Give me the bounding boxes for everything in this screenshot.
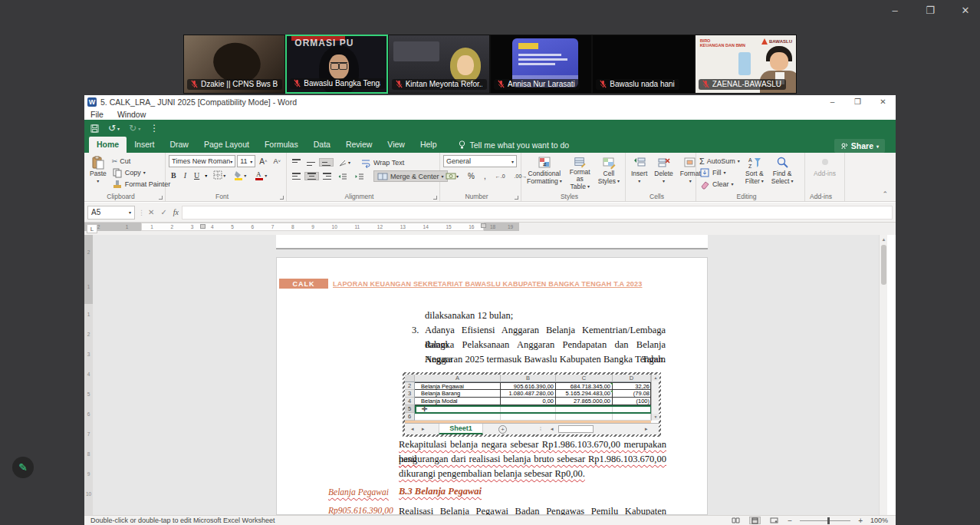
align-center-button[interactable] xyxy=(304,172,319,180)
right-indent-marker[interactable] xyxy=(481,223,486,228)
hscroll-thumb[interactable] xyxy=(558,425,594,433)
scrollbar-thumb[interactable] xyxy=(881,245,886,285)
participant-tile[interactable]: Kintan Meyonta Refor... xyxy=(388,35,490,94)
number-format-combobox[interactable]: General▾ xyxy=(443,155,517,167)
word-titlebar[interactable]: W 5. CALK_LRA_ JUNI 2025 [Compatibility … xyxy=(84,95,896,108)
worksheet-column-headers[interactable]: A B C D xyxy=(405,375,659,382)
tab-help[interactable]: Help xyxy=(413,137,445,153)
undo-button[interactable]: ↺▾ xyxy=(108,123,120,134)
increase-indent-button[interactable] xyxy=(352,171,367,182)
insert-function-button[interactable]: fx xyxy=(173,208,179,216)
tab-view[interactable]: View xyxy=(380,137,413,153)
formula-input[interactable] xyxy=(182,206,893,220)
name-box[interactable]: A5▾ xyxy=(87,206,135,220)
font-size-combobox[interactable]: 11▾ xyxy=(237,155,255,167)
worksheet-row[interactable]: 4Belanja Modal 0,0027.865.000,00 (100) xyxy=(405,398,659,405)
new-sheet-button[interactable]: + xyxy=(498,425,507,434)
participant-tile[interactable]: Annisa Nur Larasati xyxy=(490,35,592,94)
font-color-button[interactable]: A▾ xyxy=(252,170,269,180)
alignment-dialog-launcher[interactable] xyxy=(433,196,437,200)
worksheet-row[interactable]: 6 xyxy=(405,413,659,421)
italic-button[interactable]: I xyxy=(182,171,189,180)
grow-font-button[interactable]: A˄ xyxy=(257,157,269,166)
tab-review[interactable]: Review xyxy=(338,137,380,153)
vertical-ruler[interactable]: 21 12 34 56 78 910 xyxy=(84,235,93,515)
menu-window[interactable]: Window xyxy=(117,110,146,119)
clear-button[interactable]: Clear▾ xyxy=(699,178,740,190)
insert-cells-button[interactable]: Insert▾ xyxy=(629,155,649,191)
horizontal-ruler[interactable]: 21 12345678910111213141516 1819 xyxy=(84,223,519,231)
align-bottom-button[interactable] xyxy=(319,158,334,167)
zoom-slider-thumb[interactable] xyxy=(827,517,830,524)
font-dialog-launcher[interactable] xyxy=(280,196,284,200)
format-painter-button[interactable]: Format Painter xyxy=(112,178,171,190)
comma-style-button[interactable]: , xyxy=(482,172,488,180)
paste-button[interactable]: Paste▾ xyxy=(87,155,109,190)
underline-button[interactable]: U xyxy=(192,171,202,180)
shrink-font-button[interactable]: A˅ xyxy=(271,157,283,165)
tell-me-box[interactable]: Tell me what you want to do xyxy=(459,140,570,153)
participant-tile[interactable]: Bawaslu nada hani xyxy=(592,35,694,94)
os-close-icon[interactable]: ✕ xyxy=(957,5,974,16)
web-layout-button[interactable] xyxy=(768,517,780,524)
scroll-down-icon[interactable]: ▼ xyxy=(652,414,659,420)
bold-button[interactable]: B xyxy=(169,171,179,180)
sheet-nav-prev-icon[interactable]: ◂ xyxy=(411,426,414,432)
cut-button[interactable]: ✂Cut xyxy=(112,155,171,167)
copy-button[interactable]: Copy▾ xyxy=(112,167,171,178)
participant-tile[interactable]: Dzakie || CPNS Bws Ba... xyxy=(183,35,285,94)
find-select-button[interactable]: Find &Select▾ xyxy=(769,155,796,191)
indent-marker[interactable] xyxy=(200,224,206,229)
tab-draw[interactable]: Draw xyxy=(162,137,196,153)
customize-qat-icon[interactable]: ⋮ xyxy=(150,123,159,134)
zoom-in-button[interactable]: + xyxy=(858,517,863,525)
collapse-ribbon-icon[interactable]: ⌃ xyxy=(882,190,888,198)
tab-home[interactable]: Home xyxy=(89,137,127,153)
align-middle-button[interactable] xyxy=(304,159,317,166)
align-left-button[interactable] xyxy=(290,173,303,180)
conditional-formatting-button[interactable]: ≠ ConditionalFormatting▾ xyxy=(525,155,564,191)
worksheet-row[interactable]: 2Belanja Pegawai 905.616.390,00684.718.3… xyxy=(405,382,659,390)
borders-button[interactable]: ▾ xyxy=(210,170,228,180)
font-name-combobox[interactable]: Times New Roman▾ xyxy=(169,155,235,167)
os-restore-icon[interactable]: ❐ xyxy=(922,5,939,16)
redo-button[interactable]: ↻▾ xyxy=(129,123,140,134)
sheet-tab[interactable]: Sheet1 xyxy=(439,424,483,434)
worksheet-row[interactable]: 3Belanja Barang 1.080.487.280,005.165.29… xyxy=(405,390,659,398)
hscroll-left-icon[interactable]: ◂ xyxy=(551,426,554,432)
scrollbar-up-icon[interactable]: ▲ xyxy=(880,235,887,244)
tab-formulas[interactable]: Formulas xyxy=(257,137,306,153)
menu-file[interactable]: File xyxy=(90,110,104,119)
autosum-button[interactable]: ΣAutoSum▾ xyxy=(699,155,740,167)
fill-color-button[interactable]: ▾ xyxy=(231,170,248,180)
zoom-level[interactable]: 100% xyxy=(870,517,888,524)
addins-button[interactable]: Add-ins xyxy=(808,155,841,178)
share-button[interactable]: Share▾ xyxy=(834,139,885,153)
merge-center-button[interactable]: Merge & Center▾ xyxy=(373,170,448,182)
zoom-out-button[interactable]: − xyxy=(788,517,792,525)
clipboard-dialog-launcher[interactable] xyxy=(159,196,163,200)
column-header-c[interactable]: C xyxy=(556,375,613,382)
zoom-slider[interactable] xyxy=(800,520,850,521)
participant-tile[interactable]: BIRO KEUANGAN DAN BMN BAWASLU ZAENAL-BAW… xyxy=(695,35,797,94)
document-page[interactable]: CALK LAPORAN KEUANGAN SEKRETARIAT BAWASL… xyxy=(276,257,708,515)
align-top-button[interactable] xyxy=(290,159,303,166)
word-close-icon[interactable]: ✕ xyxy=(870,97,896,106)
os-minimize-icon[interactable]: – xyxy=(886,5,903,16)
worksheet-vertical-scrollbar[interactable]: ▲ ▼ xyxy=(651,375,659,421)
orientation-button[interactable]: ▾ xyxy=(335,157,353,168)
decrease-indent-button[interactable] xyxy=(335,171,350,182)
tab-stop-selector[interactable]: L xyxy=(87,224,97,233)
column-header-b[interactable]: B xyxy=(501,375,556,382)
tab-data[interactable]: Data xyxy=(306,137,338,153)
save-icon[interactable] xyxy=(90,124,99,133)
accounting-format-button[interactable]: ▾ xyxy=(443,170,461,181)
select-all-corner[interactable] xyxy=(405,375,415,382)
word-restore-icon[interactable]: ❐ xyxy=(845,97,870,106)
hscroll-right-icon[interactable]: ▸ xyxy=(645,426,648,432)
document-scrollbar[interactable]: ▲ xyxy=(879,235,887,515)
participant-tile-active-speaker[interactable]: ORMASI PU Bawaslu Bangka Tenga... xyxy=(285,35,387,94)
cancel-entry-icon[interactable]: ✕ xyxy=(148,208,154,216)
increase-decimal-button[interactable]: ←.0 xyxy=(493,173,508,179)
wrap-text-button[interactable]: Wrap Text xyxy=(360,157,404,168)
